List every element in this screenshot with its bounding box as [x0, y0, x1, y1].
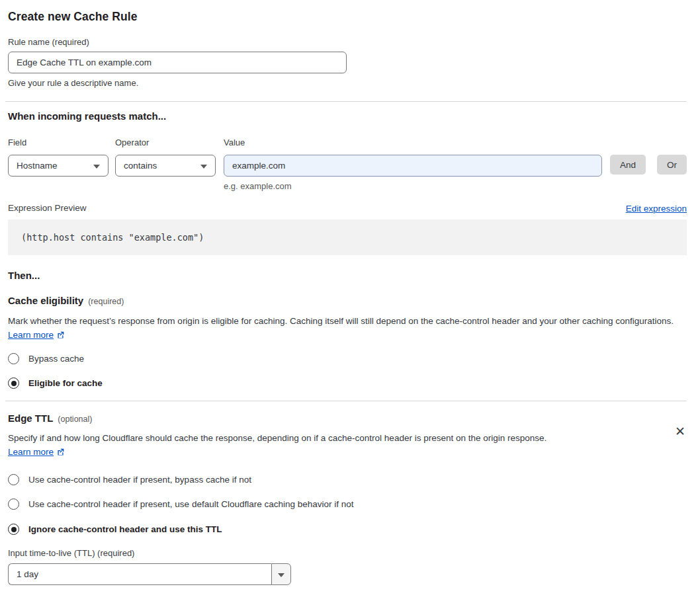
section-divider — [5, 101, 687, 102]
radio-option-bypass-cache[interactable]: Bypass cache — [8, 353, 687, 364]
radio-option-ignore-header-use-ttl[interactable]: Ignore cache-control header and use this… — [8, 524, 687, 535]
required-tag: (required) — [88, 297, 124, 306]
value-label: Value — [224, 138, 602, 148]
ttl-input[interactable] — [8, 563, 271, 585]
match-section-heading: When incoming requests match... — [8, 110, 687, 123]
operator-label: Operator — [115, 138, 216, 148]
and-button[interactable]: And — [610, 155, 646, 175]
rule-name-label: Rule name (required) — [8, 37, 687, 48]
radio-button-checked[interactable] — [8, 378, 19, 389]
rule-name-help: Give your rule a descriptive name. — [8, 78, 687, 89]
external-link-icon — [56, 329, 65, 343]
expression-preview-label: Expression Preview — [8, 203, 87, 214]
chevron-down-icon — [93, 165, 100, 169]
field-select[interactable]: Hostname — [8, 155, 109, 177]
edge-ttl-description: Specify if and how long Cloudflare shoul… — [8, 433, 547, 443]
value-help: e.g. example.com — [224, 181, 602, 192]
or-button[interactable]: Or — [657, 155, 687, 175]
radio-option-label: Use cache-control header if present, use… — [28, 499, 354, 509]
create-cache-rule-form: Create new Cache Rule Rule name (require… — [0, 0, 700, 585]
radio-option-label: Use cache-control header if present, byp… — [28, 475, 251, 485]
radio-button-unchecked[interactable] — [8, 499, 19, 510]
expression-preview-box: (http.host contains "example.com") — [8, 220, 687, 255]
page-title: Create new Cache Rule — [8, 9, 687, 24]
close-icon[interactable]: ✕ — [675, 425, 685, 438]
radio-button-unchecked[interactable] — [8, 474, 19, 485]
ttl-label: Input time-to-live (TTL) (required) — [8, 548, 687, 559]
chevron-down-icon — [200, 165, 207, 169]
edge-ttl-learn-more-link[interactable]: Learn more — [8, 447, 54, 457]
radio-button-unchecked[interactable] — [8, 353, 19, 364]
operator-select[interactable]: contains — [115, 155, 216, 177]
radio-option-label: Bypass cache — [28, 354, 84, 364]
ttl-dropdown-button[interactable] — [271, 563, 291, 585]
cache-eligibility-description: Mark whether the request’s response from… — [8, 316, 674, 326]
edge-ttl-heading: Edge TTL — [8, 413, 53, 424]
field-select-value: Hostname — [17, 161, 58, 171]
value-input[interactable] — [224, 155, 602, 177]
optional-tag: (optional) — [58, 415, 92, 424]
radio-option-label: Eligible for cache — [28, 378, 103, 388]
then-heading: Then... — [8, 269, 687, 282]
field-label: Field — [8, 138, 109, 148]
radio-option-eligible-for-cache[interactable]: Eligible for cache — [8, 378, 687, 389]
chevron-down-icon — [278, 573, 284, 577]
section-divider — [5, 401, 687, 401]
operator-select-value: contains — [124, 161, 157, 171]
edit-expression-link[interactable]: Edit expression — [626, 204, 687, 214]
rule-name-input[interactable] — [8, 52, 347, 73]
radio-option-use-header-default[interactable]: Use cache-control header if present, use… — [8, 499, 687, 510]
cache-eligibility-heading: Cache eligibility — [8, 295, 83, 306]
external-link-icon — [56, 446, 65, 460]
radio-option-use-header-bypass[interactable]: Use cache-control header if present, byp… — [8, 474, 687, 485]
radio-button-checked[interactable] — [8, 524, 19, 535]
cache-eligibility-learn-more-link[interactable]: Learn more — [8, 330, 54, 340]
radio-option-label: Ignore cache-control header and use this… — [28, 524, 222, 534]
expression-code: (http.host contains "example.com") — [21, 232, 204, 243]
